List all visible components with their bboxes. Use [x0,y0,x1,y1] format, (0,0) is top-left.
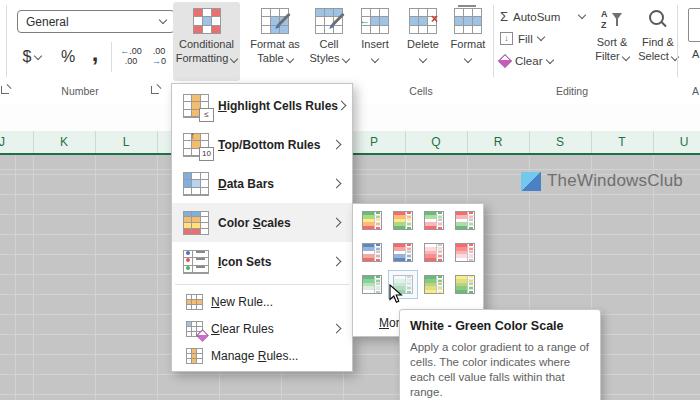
group-separator [6,5,7,77]
sigma-icon: Σ [500,9,508,24]
scale-green-white-color-scale[interactable] [362,275,382,294]
chevron-down-icon [546,55,554,63]
column-header-U[interactable]: U [653,131,700,153]
menu-item-new-rule[interactable]: New Rule... [172,288,352,315]
find-select-button[interactable]: Find & Select [635,2,681,81]
menu-item-label: Data Bars [218,177,274,191]
column-header-R[interactable]: R [467,131,530,153]
partial-group-label: A [692,85,699,97]
menu-item-color-scales[interactable]: Color Scales [172,203,352,242]
chevron-down-icon [230,54,238,62]
red-x-icon: × [431,12,438,26]
partial-button-label: A [692,48,699,60]
conditional-formatting-icon [193,8,221,34]
less-equal-icon: ≤ [199,108,214,122]
conditional-formatting-menu: ≤ Highlight Cells Rules ↑ 10 Top/Bottom … [171,83,353,372]
conditional-formatting-button[interactable]: Conditional Formatting [173,2,240,81]
top-bottom-rules-icon: ↑ 10 [181,133,211,157]
scale-green-white-red-color-scale[interactable] [424,211,444,230]
chevron-down-icon [536,33,544,41]
mouse-cursor-icon [389,284,403,308]
percent-style-button[interactable]: % [54,40,82,74]
delete-cells-icon: × [409,8,437,34]
data-bars-icon [181,172,211,196]
column-header-J[interactable]: J [0,131,34,153]
comma-icon: , [92,39,99,67]
thewindowsclub-logo-icon [521,172,541,191]
menu-item-clear-rules[interactable]: Clear Rules [172,315,352,342]
submenu-arrow-icon [332,218,342,228]
analyze-data-icon [688,8,700,42]
clear-rules-icon [185,321,203,337]
accounting-format-button[interactable]: $ [14,40,50,74]
autosum-button[interactable]: Σ AutoSum [500,9,585,24]
tooltip-body: Apply a color gradient to a range of cel… [410,340,590,400]
color-scale-gallery [362,211,474,294]
excel-window: General $ % , ←.00 .00 .00 →0 Number [0,0,700,400]
chevron-down-icon [34,51,42,59]
percent-icon: % [61,48,75,66]
menu-item-top-bottom-rules[interactable]: ↑ 10 Top/Bottom Rules [172,125,352,164]
currency-icon: $ [23,48,32,66]
number-dialog-launcher-icon[interactable] [151,86,159,94]
scale-red-white-blue-color-scale[interactable] [393,243,413,262]
column-header-K[interactable]: K [33,131,96,153]
insert-cells-button[interactable]: ← Insert [352,2,398,81]
cell-styles-icon [315,8,343,34]
comma-style-button[interactable]: , [84,36,106,70]
decrease-decimal-button[interactable]: .00 →0 [146,46,172,66]
menu-item-manage-rules[interactable]: Manage Rules... [172,342,352,369]
highlight-cells-rules-icon: ≤ [181,94,211,118]
menu-separator [175,284,349,285]
group-separator [677,5,678,77]
group-separator [493,5,494,77]
scale-blue-white-red-color-scale[interactable] [362,243,382,262]
editing-group-label: Editing [496,85,648,97]
fill-button[interactable]: ↓ Fill [500,32,544,45]
format-as-table-icon [261,8,289,34]
menu-item-data-bars[interactable]: Data Bars [172,164,352,203]
chevron-down-icon [464,54,472,62]
submenu-arrow-icon [332,140,342,150]
increase-decimal-button[interactable]: ←.00 .00 [118,46,144,66]
menu-item-label: Clear Rules [211,322,274,336]
scale-green-yellow-color-scale[interactable] [424,275,444,294]
menu-item-label: Icon Sets [218,255,271,269]
clear-button[interactable]: Clear [500,55,553,67]
delete-cells-button[interactable]: × Delete [400,2,446,81]
chevron-down-icon [371,54,379,62]
column-header-L[interactable]: L [95,131,158,153]
menu-item-highlight-cells-rules[interactable]: ≤ Highlight Cells Rules [172,86,352,125]
scale-yellow-green-color-scale[interactable] [455,275,475,294]
funnel-icon [612,13,622,20]
up-arrow-icon: ↑ [190,130,195,141]
green-arrow-icon: ← [359,14,370,26]
format-cells-button[interactable]: Format [446,2,490,81]
chevron-down-icon [341,54,349,62]
menu-item-label: Top/Bottom Rules [218,138,320,152]
menu-item-icon-sets[interactable]: Icon Sets [172,242,352,281]
manage-rules-icon [185,348,203,364]
sort-filter-button[interactable]: AZ Sort & Filter [591,2,633,81]
ten-badge-icon: 10 [199,147,214,161]
magnifier-icon [645,8,671,34]
submenu-arrow-icon [332,179,342,189]
scale-red-white-green-color-scale[interactable] [455,211,475,230]
scale-red-white-color-scale[interactable] [455,243,475,262]
chevron-down-icon [578,11,586,19]
scale-red-yellow-green-color-scale[interactable] [393,211,413,230]
chevron-down-icon [159,16,167,24]
format-as-table-button[interactable]: Format as Table [245,2,305,81]
column-header-T[interactable]: T [591,131,654,153]
watermark-text: TheWindowsClub [547,171,683,191]
scale-green-yellow-red-color-scale[interactable] [362,211,382,230]
column-header-Q[interactable]: Q [405,131,468,153]
menu-item-label: Color Scales [218,216,291,230]
cell-styles-button[interactable]: Cell Styles [306,2,352,81]
menu-item-label: New Rule... [211,295,273,309]
number-format-dropdown[interactable]: General [17,10,175,33]
column-header-S[interactable]: S [529,131,592,153]
number-format-value: General [26,15,69,29]
dialog-launcher-icon[interactable] [1,86,9,94]
scale-white-red-color-scale[interactable] [424,243,444,262]
